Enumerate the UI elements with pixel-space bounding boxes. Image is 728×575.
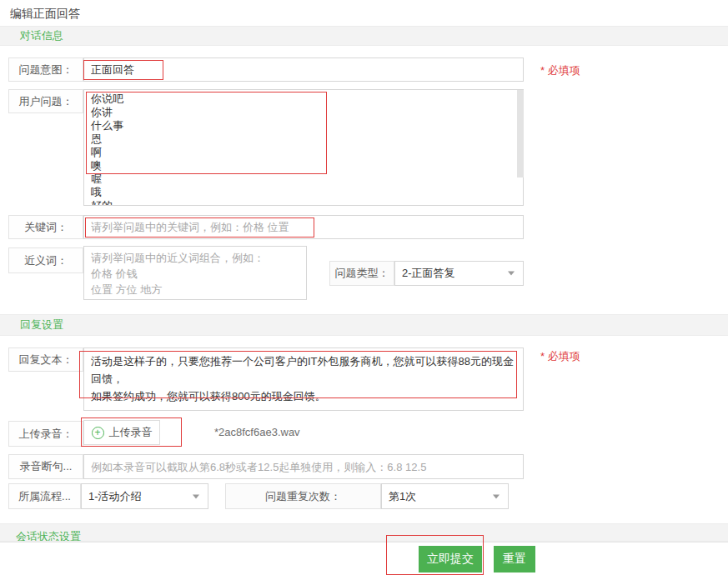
upload-audio-button-label: 上传录音: [109, 425, 153, 440]
section-session-state: 会话状态设置: [0, 523, 728, 542]
synonyms-textarea[interactable]: [83, 246, 307, 300]
user-questions-label: 用户问题：: [8, 89, 83, 113]
synonyms-label: 近义词：: [8, 248, 83, 273]
keywords-label: 关键词：: [8, 215, 83, 239]
upload-audio-button[interactable]: + 上传录音: [83, 420, 160, 445]
footer-bar: [0, 542, 728, 575]
chevron-down-icon: [493, 494, 500, 498]
user-questions-textarea[interactable]: 你说吧 你讲 什么事 恩 啊 噢 喔 哦 好的: [83, 89, 524, 206]
repeat-count-value: 第1次: [389, 489, 416, 504]
question-type-value: 2-正面答复: [402, 266, 455, 281]
upload-audio-label: 上传录音：: [8, 421, 83, 447]
reset-button[interactable]: 重置: [494, 546, 535, 572]
section-reply-settings-title: 回复设置: [20, 318, 63, 332]
audio-segment-label: 录音断句...: [8, 454, 83, 479]
repeat-count-label: 问题重复次数：: [225, 483, 381, 509]
intent-input[interactable]: [83, 58, 524, 82]
chevron-down-icon: [508, 272, 515, 276]
textarea-scrollbar[interactable]: [517, 90, 524, 178]
section-session-state-title: 会话状态设置: [16, 529, 81, 542]
section-dialog-info: 对话信息: [0, 26, 728, 46]
uploaded-audio-filename: *2ac8fcf6ae3.wav: [214, 426, 300, 438]
question-type-label: 问题类型：: [329, 261, 394, 286]
audio-segment-input[interactable]: [83, 454, 524, 479]
intent-label: 问题意图：: [8, 58, 83, 82]
flow-select[interactable]: 1-活动介绍: [81, 483, 208, 509]
reply-text-textarea[interactable]: 活动是这样子的，只要您推荐一个公司客户的IT外包服务商机，您就可以获得88元的现…: [83, 348, 524, 411]
flow-value: 1-活动介绍: [88, 489, 142, 504]
edit-positive-answer-page: 编辑正面回答 对话信息 问题意图： * 必填项 用户问题： 你说吧 你讲 什么事…: [0, 0, 728, 575]
section-reply-settings: 回复设置: [0, 314, 728, 336]
repeat-count-select[interactable]: 第1次: [381, 483, 509, 509]
page-title: 编辑正面回答: [10, 7, 80, 22]
required-note-reply-text: * 必填项: [540, 349, 580, 364]
plus-circle-icon: +: [92, 427, 104, 439]
reply-text-label: 回复文本：: [8, 348, 83, 372]
required-note-intent: * 必填项: [540, 63, 580, 78]
question-type-select[interactable]: 2-正面答复: [394, 261, 524, 286]
keywords-input[interactable]: [83, 215, 524, 239]
section-dialog-info-title: 对话信息: [20, 28, 63, 43]
submit-button[interactable]: 立即提交: [419, 546, 482, 572]
flow-label: 所属流程...: [8, 483, 81, 509]
chevron-down-icon: [193, 494, 199, 498]
